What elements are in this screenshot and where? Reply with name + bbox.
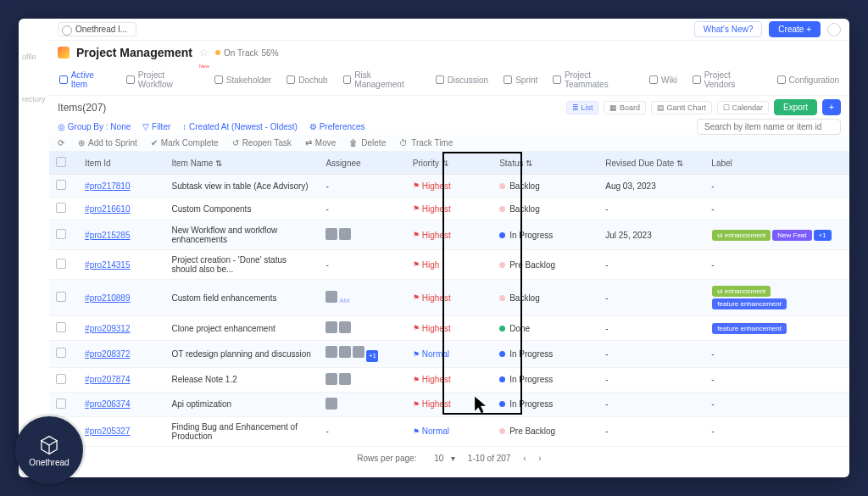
item-id-link[interactable]: #pro217810 (85, 181, 130, 191)
move-task[interactable]: ⇄ Move (305, 138, 336, 148)
col-item-id[interactable]: Item Id (78, 152, 164, 175)
view-gantt[interactable]: ▤ Gantt Chart (651, 101, 712, 114)
item-id-link[interactable]: #pro215285 (85, 231, 130, 240)
item-id-link[interactable]: #pro209312 (85, 324, 130, 333)
sort-button[interactable]: ↕ Created At (Newest - Oldest) (182, 122, 298, 131)
status-cell[interactable]: In Progress (492, 341, 598, 368)
tab-risk[interactable]: Risk Management (342, 67, 422, 92)
row-checkbox[interactable] (56, 203, 66, 213)
row-checkbox[interactable] (56, 348, 66, 358)
item-id-link[interactable]: #pro207874 (85, 375, 130, 384)
item-id-link[interactable]: #pro206374 (85, 399, 130, 409)
tab-active-item[interactable]: Active Item (58, 67, 113, 92)
workspace-picker[interactable]: Onethread I... (58, 22, 136, 36)
table-row[interactable]: #pro217810Subtask view in table (Ace Adv… (49, 175, 849, 198)
col-priority[interactable]: Priority ⇅ (406, 152, 492, 175)
assignee-cell[interactable]: - (319, 416, 405, 446)
item-id-link[interactable]: #pro208372 (85, 349, 130, 359)
assignee-cell[interactable] (319, 220, 405, 250)
tab-project-workflow[interactable]: Project WorkflowNew (125, 67, 201, 92)
mark-complete[interactable]: ✔ Mark Complete (151, 138, 219, 148)
table-row[interactable]: #pro205327Finding Bug and Enhancement of… (49, 416, 849, 446)
tab-discussion[interactable]: Discussion (434, 72, 490, 88)
table-row[interactable]: #pro215285New Workflow and workflow enha… (49, 220, 849, 250)
status-cell[interactable]: In Progress (492, 367, 598, 392)
select-all-checkbox[interactable] (56, 157, 66, 167)
label-chip[interactable]: +1 (814, 230, 832, 241)
tab-sprint[interactable]: Sprint (502, 72, 539, 88)
filter-button[interactable]: ▽ Filter (142, 122, 170, 131)
tab-dochub[interactable]: Dochub (285, 72, 329, 88)
assignee-cell[interactable] (319, 316, 405, 341)
priority-cell[interactable]: ⚑High (406, 250, 492, 280)
label-chip[interactable]: New Feat (772, 230, 811, 241)
assignee-cell[interactable] (319, 392, 405, 416)
table-row[interactable]: #pro210889Custom field enhancementsAM⚑Hi… (49, 280, 849, 316)
tab-stakeholder[interactable]: Stakeholder (213, 72, 273, 88)
view-list[interactable]: ≣ List (566, 101, 599, 114)
table-row[interactable]: #pro209312Clone project enhancement⚑High… (49, 316, 849, 341)
assignee-cell[interactable]: - (319, 250, 405, 280)
row-checkbox[interactable] (56, 292, 66, 302)
priority-cell[interactable]: ⚑Highest (406, 316, 492, 341)
priority-cell[interactable]: ⚑Highest (406, 198, 492, 220)
assignee-cell[interactable] (319, 367, 405, 392)
tab-vendors[interactable]: Project Vendors (691, 67, 764, 92)
add-item-button[interactable]: + (822, 99, 841, 115)
favorite-star-icon[interactable]: ☆ (199, 47, 209, 59)
priority-cell[interactable]: ⚑Highest (406, 175, 492, 198)
track-time[interactable]: ⏱ Track Time (399, 138, 453, 148)
priority-cell[interactable]: ⚑Highest (406, 280, 492, 316)
label-chip[interactable]: ui enhancement (712, 230, 771, 241)
status-cell[interactable]: Backlog (492, 280, 598, 316)
col-status[interactable]: Status ⇅ (492, 152, 598, 175)
table-row[interactable]: #pro207874Release Note 1.2⚑HighestIn Pro… (49, 367, 849, 392)
row-checkbox[interactable] (56, 229, 66, 239)
profile-avatar[interactable] (827, 23, 841, 36)
col-due[interactable]: Revised Due Date ⇅ (598, 152, 704, 175)
table-row[interactable]: #pro206374Api optimization⚑HighestIn Pro… (49, 392, 849, 416)
assignee-cell[interactable]: +1 (319, 341, 405, 368)
whats-new-button[interactable]: What's New? (694, 21, 763, 37)
table-row[interactable]: #pro208372OT redesign planning and discu… (49, 341, 849, 368)
col-label[interactable]: Label (704, 152, 849, 175)
priority-cell[interactable]: ⚑Normal (406, 416, 492, 446)
table-row[interactable]: #pro214315Project creation - 'Done' stat… (49, 250, 849, 280)
assignee-cell[interactable]: AM (319, 280, 405, 316)
col-assignee[interactable]: Assignee (319, 152, 405, 175)
item-id-link[interactable]: #pro216610 (85, 204, 130, 214)
table-row[interactable]: #pro216610Custom Components-⚑HighestBack… (49, 198, 849, 220)
col-item-name[interactable]: Item Name ⇅ (164, 152, 319, 175)
label-chip[interactable]: feature enhancement (712, 323, 787, 334)
reopen-task[interactable]: ↺ Reopen Task (232, 138, 292, 148)
next-page[interactable]: › (538, 454, 541, 463)
add-to-sprint[interactable]: ⊕ Add to Sprint (78, 138, 137, 148)
view-board[interactable]: ▦ Board (604, 101, 646, 114)
tab-teammates[interactable]: Project Teammates (551, 67, 636, 92)
row-checkbox[interactable] (56, 374, 66, 384)
item-id-link[interactable]: #pro214315 (85, 260, 130, 270)
status-cell[interactable]: Backlog (492, 175, 598, 198)
assignee-cell[interactable]: - (319, 175, 405, 198)
row-checkbox[interactable] (56, 259, 66, 269)
tab-configuration[interactable]: Configuration (776, 72, 841, 88)
preferences-button[interactable]: ⚙ Preferences (309, 122, 365, 131)
item-id-link[interactable]: #pro205327 (85, 426, 130, 436)
create-button[interactable]: Create + (769, 21, 821, 37)
assignee-cell[interactable]: - (319, 198, 405, 220)
status-cell[interactable]: Done (492, 316, 598, 341)
status-cell[interactable]: Pre Backlog (492, 416, 598, 446)
priority-cell[interactable]: ⚑Highest (406, 220, 492, 250)
refresh-icon[interactable]: ⟳ (58, 138, 64, 148)
row-checkbox[interactable] (56, 180, 66, 190)
status-cell[interactable]: In Progress (492, 220, 598, 250)
view-calendar[interactable]: ☐ Calendar (717, 101, 769, 114)
label-chip[interactable]: ui enhancement (712, 286, 771, 297)
label-chip[interactable]: feature enhancement (712, 298, 787, 309)
item-id-link[interactable]: #pro210889 (85, 293, 130, 303)
rail-directory[interactable]: rectory (19, 95, 49, 103)
rows-per-page-select[interactable]: 10 ▾ (429, 454, 455, 463)
status-cell[interactable]: Backlog (492, 198, 598, 220)
group-by[interactable]: ◎ Group By : None (58, 122, 131, 131)
priority-cell[interactable]: ⚑Highest (406, 367, 492, 392)
